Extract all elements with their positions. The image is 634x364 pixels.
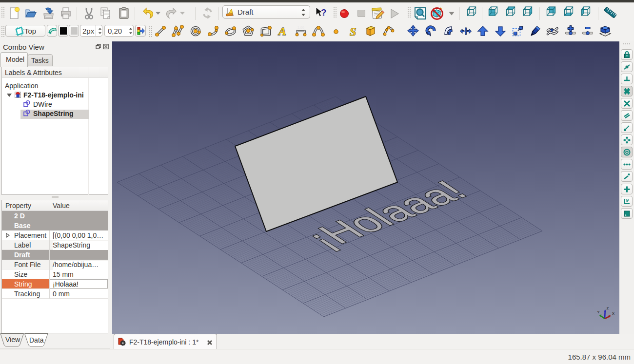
svg-text:1.00: 1.00 xyxy=(297,26,304,29)
svg-text:Y: Y xyxy=(597,310,600,314)
svg-text:Data: Data xyxy=(29,336,44,344)
svg-text:View: View xyxy=(5,336,20,344)
svg-text:X: X xyxy=(612,311,614,316)
svg-text:A: A xyxy=(277,25,286,38)
svg-text:Z: Z xyxy=(607,306,609,310)
svg-text:S: S xyxy=(350,25,356,38)
svg-text:?: ? xyxy=(321,7,327,18)
